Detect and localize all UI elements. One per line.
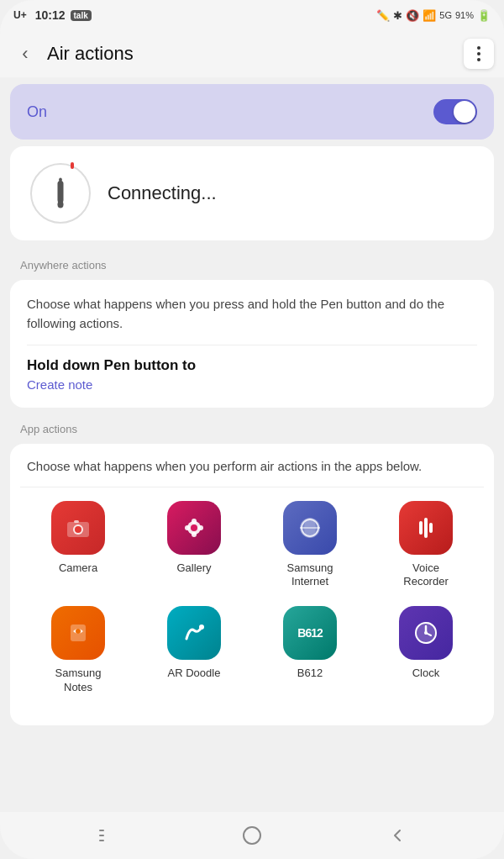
anywhere-actions-description: Choose what happens when you press and h… — [27, 295, 477, 333]
anywhere-actions-label: Anywhere actions — [0, 247, 504, 277]
b612-label: B612 — [297, 667, 323, 681]
mute-icon: 🔇 — [406, 9, 419, 22]
phone-frame: U+ 10:12 talk ✏️ ✱ 🔇 📶 5G 91% 🔋 ‹ Air ac… — [0, 0, 504, 859]
app-item-voice-recorder[interactable]: VoiceRecorder — [388, 501, 464, 590]
wifi-icon: 📶 — [423, 9, 436, 22]
pen-icon-wrap — [30, 163, 91, 224]
svg-rect-0 — [57, 181, 63, 203]
gallery-label: Gallery — [176, 561, 211, 576]
app-item-gallery[interactable]: Gallery — [156, 501, 232, 590]
app-item-b612[interactable]: B612 B612 — [272, 606, 348, 695]
app-item-ar-doodle[interactable]: AR Doodle — [156, 606, 232, 695]
back-chevron-icon: ‹ — [22, 43, 28, 65]
svg-rect-30 — [244, 827, 260, 844]
clock-label: Clock — [412, 667, 440, 681]
camera-icon — [51, 501, 105, 555]
anywhere-actions-card: Choose what happens when you press and h… — [10, 280, 494, 408]
svg-rect-17 — [419, 521, 423, 535]
app-item-camera[interactable]: Camera — [40, 501, 116, 590]
ar-doodle-icon — [167, 606, 221, 660]
app-item-samsung-internet[interactable]: SamsungInternet — [272, 501, 348, 590]
back-button[interactable]: ‹ — [10, 39, 40, 69]
svg-point-22 — [199, 624, 204, 630]
signal-icon: 5G — [439, 10, 452, 20]
pen-icon — [49, 175, 72, 212]
card-divider — [27, 345, 477, 345]
toggle-knob — [454, 101, 475, 123]
hold-down-title: Hold down Pen button to — [27, 357, 477, 374]
svg-point-10 — [185, 525, 190, 530]
ar-doodle-label: AR Doodle — [168, 667, 221, 681]
voice-recorder-label: VoiceRecorder — [403, 561, 448, 590]
status-right: ✏️ ✱ 🔇 📶 5G 91% 🔋 — [376, 9, 491, 22]
gallery-icon — [167, 501, 221, 555]
on-off-toggle[interactable] — [433, 99, 477, 124]
app-item-clock[interactable]: Clock — [388, 606, 464, 695]
toggle-label: On — [27, 103, 47, 121]
svg-rect-19 — [429, 523, 433, 533]
camera-label: Camera — [59, 561, 97, 576]
svg-rect-6 — [74, 520, 79, 523]
apps-row-2: SamsungNotes AR Doodle B612 B612 — [20, 606, 484, 695]
carrier: U+ — [13, 9, 27, 21]
apps-divider — [20, 487, 484, 487]
back-nav-button[interactable] — [379, 817, 416, 854]
page-title: Air actions — [47, 43, 464, 65]
app-actions-card: Choose what happens when you perform air… — [10, 444, 494, 725]
svg-point-8 — [192, 519, 197, 524]
samsung-notes-label: SamsungNotes — [55, 667, 102, 695]
b612-icon: B612 — [283, 606, 337, 660]
home-button[interactable] — [234, 817, 270, 854]
status-bar: U+ 10:12 talk ✏️ ✱ 🔇 📶 5G 91% 🔋 — [0, 0, 504, 30]
connecting-text: Connecting... — [108, 182, 217, 204]
app-actions-description: Choose what happens when you perform air… — [20, 457, 484, 477]
samsung-internet-label: SamsungInternet — [287, 561, 333, 590]
samsung-notes-icon — [51, 606, 105, 660]
svg-point-1 — [57, 201, 63, 208]
content-area: On Connecting... Anywhere actions Choose… — [0, 77, 504, 812]
svg-point-9 — [192, 532, 197, 537]
more-dots-icon — [477, 46, 480, 61]
svg-point-26 — [424, 631, 428, 635]
apps-row-1: Camera Gallery — [20, 501, 484, 590]
status-left: U+ 10:12 talk — [13, 8, 92, 22]
svg-rect-18 — [424, 518, 428, 538]
svg-point-5 — [75, 526, 81, 533]
top-bar: ‹ Air actions — [0, 30, 504, 77]
svg-rect-2 — [59, 178, 62, 182]
svg-point-12 — [191, 524, 197, 531]
app-actions-label: App actions — [0, 411, 504, 440]
hold-down-section: Hold down Pen button to Create note — [27, 357, 477, 393]
recent-apps-button[interactable] — [88, 817, 125, 854]
more-options-button[interactable] — [464, 39, 494, 69]
samsung-internet-icon — [283, 501, 337, 555]
bluetooth-icon: ✱ — [393, 9, 402, 22]
nav-bar — [0, 812, 504, 859]
connecting-section: Connecting... — [10, 146, 494, 240]
svg-point-11 — [198, 525, 203, 530]
svg-point-21 — [76, 629, 81, 634]
app-item-samsung-notes[interactable]: SamsungNotes — [40, 606, 116, 695]
talk-icon: talk — [71, 10, 92, 21]
voice-recorder-icon — [399, 501, 453, 555]
clock-icon — [399, 606, 453, 660]
toggle-row: On — [10, 84, 494, 140]
pencil-icon: ✏️ — [376, 9, 390, 22]
battery-level: 91% — [455, 10, 474, 20]
time: 10:12 — [35, 8, 66, 22]
create-note-link[interactable]: Create note — [27, 377, 92, 392]
battery-icon: 🔋 — [477, 9, 491, 22]
